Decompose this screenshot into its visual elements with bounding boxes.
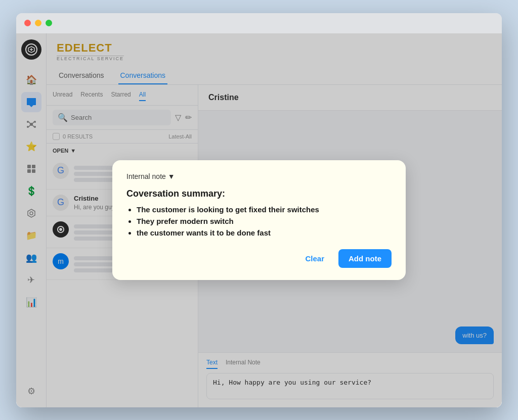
modal-list: The customer is looking to get fixed the… xyxy=(126,205,392,237)
summary-modal: Internal note ▼ Coversation summary: The… xyxy=(112,160,406,280)
modal-type-row: Internal note ▼ xyxy=(126,172,392,180)
minimize-button[interactable] xyxy=(35,20,41,26)
close-button[interactable] xyxy=(24,20,31,26)
note-type-dropdown[interactable]: Internal note ▼ xyxy=(126,172,175,180)
bullet-1: The customer is looking to get fixed the… xyxy=(137,205,392,214)
bullet-3: the customer wants it to be done fast xyxy=(137,228,392,237)
add-note-button[interactable]: Add note xyxy=(338,249,392,268)
modal-title: Coversation summary: xyxy=(126,189,392,199)
bullet-2: They prefer modern switch xyxy=(137,217,392,225)
maximize-button[interactable] xyxy=(46,20,52,26)
modal-overlay: Internal note ▼ Coversation summary: The… xyxy=(16,33,502,407)
browser-content: 🏠 ⭐ xyxy=(16,33,502,407)
note-type-label: Internal note xyxy=(126,172,166,180)
dropdown-arrow-icon: ▼ xyxy=(168,172,175,180)
browser-titlebar xyxy=(16,13,502,33)
clear-button[interactable]: Clear xyxy=(297,249,332,268)
modal-actions: Clear Add note xyxy=(126,249,392,268)
browser-window: 🏠 ⭐ xyxy=(16,13,502,407)
